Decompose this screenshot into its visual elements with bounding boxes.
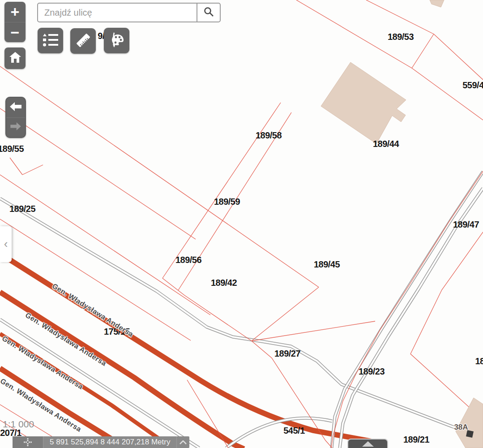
parcel-label-189-45: 189/45	[314, 259, 340, 270]
search-icon	[203, 6, 214, 19]
attribution-expand-button[interactable]	[347, 439, 388, 448]
history-navigation	[5, 97, 26, 138]
measure-button[interactable]	[70, 28, 96, 54]
parcel-label-18: 18	[475, 356, 483, 366]
zoom-in-button[interactable]: +	[4, 2, 26, 22]
parcel-label-189-59: 189/59	[214, 197, 240, 207]
search-input[interactable]	[38, 4, 197, 22]
forward-button[interactable]	[6, 118, 25, 138]
building-label-38a: 38A	[454, 423, 468, 432]
zoom-out-button[interactable]: −	[4, 22, 26, 43]
collapse-panel-tab[interactable]: ‹	[0, 226, 12, 262]
parcel-label-189-27: 189/27	[274, 349, 300, 359]
parcel-label-189-47: 189/47	[453, 220, 479, 230]
chevron-left-icon: ‹	[4, 238, 8, 250]
parcel-label-559-4: 559/4	[462, 80, 483, 90]
building-top-right	[430, 0, 444, 7]
street-search	[37, 3, 221, 22]
home-icon	[9, 52, 21, 65]
parcel-label-189-56: 189/56	[175, 255, 201, 265]
pointer-position-icon	[13, 436, 43, 448]
back-arrow-icon	[10, 102, 21, 113]
home-button[interactable]	[4, 47, 26, 69]
status-bar: 5 891 525,894 8 444 207,218 Metry	[13, 436, 189, 448]
parcel-label-189-21: 189/21	[403, 435, 429, 445]
triangle-up-icon	[362, 441, 374, 447]
parcel-label-189-42: 189/42	[211, 278, 237, 288]
palette-button[interactable]	[104, 28, 129, 53]
expand-statusbar-button[interactable]	[176, 436, 189, 448]
parcel-label-189-44: 189/44	[373, 139, 399, 149]
coordinates-readout: 5 891 525,894 8 444 207,218 Metry	[43, 436, 176, 448]
parcel-label-189-55: 189/55	[0, 144, 24, 154]
chevron-up-icon	[180, 438, 187, 446]
gray-roads	[0, 172, 483, 448]
forward-arrow-icon	[10, 122, 21, 132]
parcel-label-189-58: 189/58	[256, 130, 282, 141]
map-scale: 1:1 000	[3, 419, 34, 430]
back-button[interactable]	[6, 98, 25, 118]
parcel-label-189-23: 189/23	[359, 366, 385, 377]
parcel-label-545-1: 545/1	[283, 426, 305, 436]
zoom-control: + −	[4, 2, 26, 42]
search-button[interactable]	[197, 4, 220, 22]
map-viewer[interactable]: 189/55 189/25 9/ 189/58 189/44 189/53 55…	[0, 0, 483, 448]
building-189-44	[321, 62, 406, 144]
parcel-label-189-25: 189/25	[9, 204, 35, 214]
parcel-label-189-53: 189/53	[388, 32, 414, 42]
layers-button[interactable]	[38, 28, 63, 53]
layers-list-icon	[43, 33, 58, 49]
palette-icon	[109, 32, 125, 50]
ruler-icon	[75, 32, 92, 51]
